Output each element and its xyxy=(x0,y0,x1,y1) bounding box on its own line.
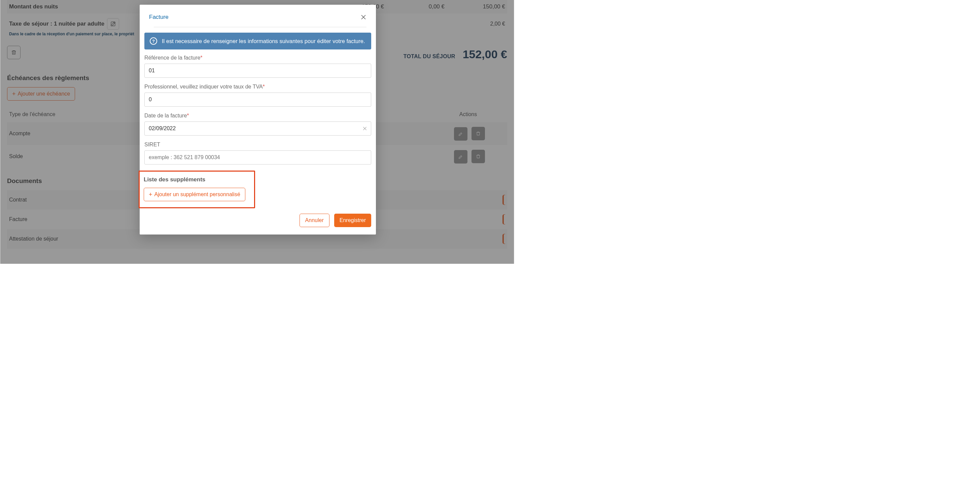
ref-input[interactable] xyxy=(145,64,371,78)
info-alert: ? Il est necessaire de renseigner les in… xyxy=(145,33,371,49)
field-tva: Professionnel, veuillez indiquer votre t… xyxy=(145,84,371,107)
add-supplement-button[interactable]: + Ajouter un supplément personnalisé xyxy=(144,188,245,201)
save-button[interactable]: Enregistrer xyxy=(334,214,371,227)
close-icon xyxy=(363,126,367,131)
plus-icon: + xyxy=(149,191,153,197)
modal-header: Facture xyxy=(140,5,376,30)
tva-label: Professionnel, veuillez indiquer votre t… xyxy=(145,84,371,90)
question-icon: ? xyxy=(150,37,157,45)
field-siret: SIRET xyxy=(145,142,371,164)
siret-input[interactable] xyxy=(145,150,371,164)
supplements-highlight: Liste des suppléments + Ajouter un suppl… xyxy=(138,170,255,208)
date-label: Date de la facture* xyxy=(145,113,371,119)
modal-title: Facture xyxy=(149,14,169,21)
facture-modal: Facture ? Il est necessaire de renseigne… xyxy=(140,5,376,234)
modal-footer: Annuler Enregistrer xyxy=(140,214,376,227)
supplements-title: Liste des suppléments xyxy=(144,176,250,183)
tva-input[interactable] xyxy=(145,92,371,107)
clear-date-button[interactable] xyxy=(363,126,367,131)
close-modal-button[interactable] xyxy=(360,14,366,20)
siret-label: SIRET xyxy=(145,142,371,148)
cancel-button[interactable]: Annuler xyxy=(299,214,329,227)
close-icon xyxy=(360,14,366,20)
add-supplement-label: Ajouter un supplément personnalisé xyxy=(154,191,240,197)
divider xyxy=(154,27,366,27)
field-date: Date de la facture* xyxy=(145,113,371,135)
date-input[interactable] xyxy=(145,121,371,135)
field-reference: Référence de la facture* xyxy=(145,55,371,78)
ref-label: Référence de la facture* xyxy=(145,55,371,61)
page: Montant des nuits 150,00 € 0,00 € 150,00… xyxy=(0,0,514,264)
alert-text: Il est necessaire de renseigner les info… xyxy=(162,38,365,45)
